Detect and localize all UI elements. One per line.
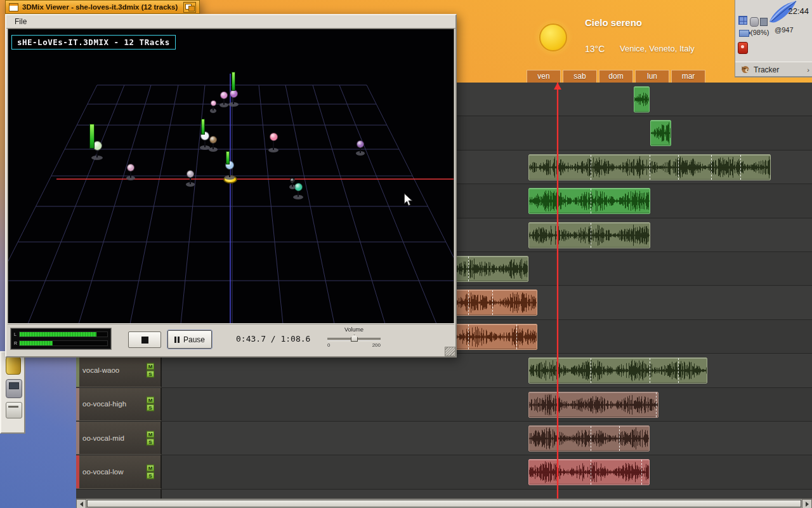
weather-widget: Cielo sereno 13°C Venice, Veneto, Italy … — [527, 11, 738, 86]
slice-marker — [468, 324, 469, 349]
slice-marker — [468, 290, 469, 315]
resize-gadget-icon[interactable] — [445, 347, 455, 356]
meter-left-row: L — [14, 331, 108, 338]
volume-slider-thumb[interactable] — [351, 335, 358, 342]
waveform — [529, 460, 649, 485]
triangle-right-icon — [806, 502, 809, 507]
scroll-right-button[interactable] — [802, 499, 812, 508]
waveform — [529, 358, 707, 383]
window-body: File — [5, 14, 457, 358]
mute-button[interactable]: M — [147, 431, 154, 438]
solo-button[interactable]: S — [147, 370, 154, 377]
slice-marker — [740, 155, 741, 180]
stop-button[interactable] — [128, 331, 161, 348]
tray-alert-icon[interactable] — [738, 42, 748, 54]
waveform — [634, 87, 649, 112]
transport-bar: L R Pause 0:43.7 / 1:08.6 Volume — [8, 323, 454, 355]
audio-clip[interactable] — [528, 358, 707, 384]
volume-scale: 0 200 — [327, 342, 381, 348]
slice-marker — [468, 257, 469, 281]
solo-button[interactable]: S — [147, 404, 154, 411]
mute-solo-group: MS — [147, 431, 154, 445]
meter-r-track — [19, 340, 108, 346]
dock-icon-printer[interactable] — [6, 402, 22, 418]
mute-button[interactable]: M — [147, 465, 154, 472]
audio-clip[interactable] — [528, 154, 771, 180]
menu-file[interactable]: File — [11, 17, 30, 27]
audio-clip[interactable] — [455, 290, 537, 316]
mute-solo-group: MS — [147, 363, 154, 377]
pin-level-meter — [226, 151, 230, 164]
scrollbar-thumb[interactable] — [87, 500, 801, 507]
track-row: oo-vocal-midMS — [76, 422, 812, 455]
volume-slider[interactable] — [327, 334, 381, 342]
window-icon — [9, 3, 18, 11]
time-display: 0:43.7 / 1:08.6 — [236, 334, 310, 344]
audio-clip[interactable] — [528, 425, 650, 451]
pin-level-meter — [89, 124, 95, 149]
track-row: vocal-waooMS — [76, 354, 812, 387]
weather-condition: Cielo sereno — [585, 17, 642, 28]
window-titlebar[interactable]: 3DMix Viewer - she-loves-it.3dmix (12 tr… — [5, 0, 200, 14]
pin-ball — [270, 133, 278, 141]
slice-marker — [650, 155, 650, 180]
tray-chip-icon[interactable] — [760, 18, 768, 26]
solo-button[interactable]: S — [147, 438, 154, 445]
chevron-right-icon[interactable]: › — [807, 66, 809, 74]
mix-3d-viewport[interactable]: sHE-LoVEs-IT.3DMIX - 12 TRacks — [8, 29, 454, 327]
volume-max-label: 200 — [372, 342, 381, 348]
track-color-stripe — [76, 388, 79, 420]
track-name-cell[interactable]: vocal-waooMS — [76, 354, 162, 387]
track-color-stripe — [76, 354, 79, 386]
volume-control: Volume 0 200 — [324, 326, 384, 348]
waveform — [529, 426, 649, 451]
track-name-cell — [76, 490, 162, 498]
tray-storage-icon[interactable] — [750, 17, 759, 27]
tracker-launcher[interactable]: Tracker › — [735, 62, 812, 77]
tray-grid-icon[interactable] — [738, 16, 747, 25]
audio-clip[interactable] — [455, 324, 537, 350]
audio-clip[interactable] — [650, 120, 671, 146]
audio-clip[interactable] — [528, 222, 650, 248]
playhead[interactable] — [557, 83, 558, 498]
solo-button[interactable]: S — [147, 472, 154, 479]
mute-button[interactable]: M — [147, 397, 154, 404]
audio-clip[interactable] — [528, 459, 650, 485]
slice-marker — [492, 290, 493, 315]
track-name-cell[interactable]: oo-vocal-lowMS — [76, 455, 162, 488]
pin-ball — [187, 170, 194, 178]
slice-marker — [591, 223, 591, 248]
dock-icon-canister[interactable] — [6, 356, 21, 375]
clock: 22:44 — [788, 6, 809, 16]
scroll-left-button[interactable] — [76, 499, 86, 508]
horizontal-scrollbar[interactable] — [76, 498, 812, 508]
battery-percent: (98%) — [750, 29, 769, 36]
audio-clip[interactable] — [634, 86, 650, 112]
mute-button[interactable]: M — [147, 363, 154, 370]
dock-icon-device[interactable] — [6, 379, 22, 398]
pin-level-meter — [201, 119, 205, 135]
slice-marker — [650, 358, 650, 383]
track-name-cell[interactable]: oo-vocal-highMS — [76, 388, 162, 421]
weather-location: Venice, Veneto, Italy — [620, 44, 695, 53]
triangle-left-icon — [80, 502, 83, 507]
track-name-cell[interactable]: oo-vocal-midMS — [76, 422, 162, 455]
pin-level-meter — [232, 72, 235, 91]
audio-clip[interactable] — [528, 392, 658, 418]
desktop: Cielo sereno 13°C Venice, Veneto, Italy … — [0, 0, 812, 508]
pause-button[interactable]: Pause — [167, 330, 212, 349]
dog-icon — [740, 65, 750, 74]
meter-l-bar — [20, 332, 96, 337]
weather-temperature: 13°C — [585, 44, 605, 54]
audio-clip[interactable] — [455, 256, 528, 282]
pin-ball — [220, 91, 228, 99]
meter-l-label: L — [14, 332, 19, 337]
system-tray: 22:44 (98%) @947 Tracker › — [735, 0, 812, 77]
track-row: oo-vocal-lowMS — [76, 455, 812, 489]
audio-clip[interactable] — [528, 188, 650, 214]
track-color-stripe — [76, 455, 79, 488]
slice-marker — [641, 460, 642, 485]
volume-label: Volume — [324, 326, 384, 333]
waveform — [529, 223, 650, 248]
depth-gadget-icon[interactable] — [183, 2, 196, 13]
